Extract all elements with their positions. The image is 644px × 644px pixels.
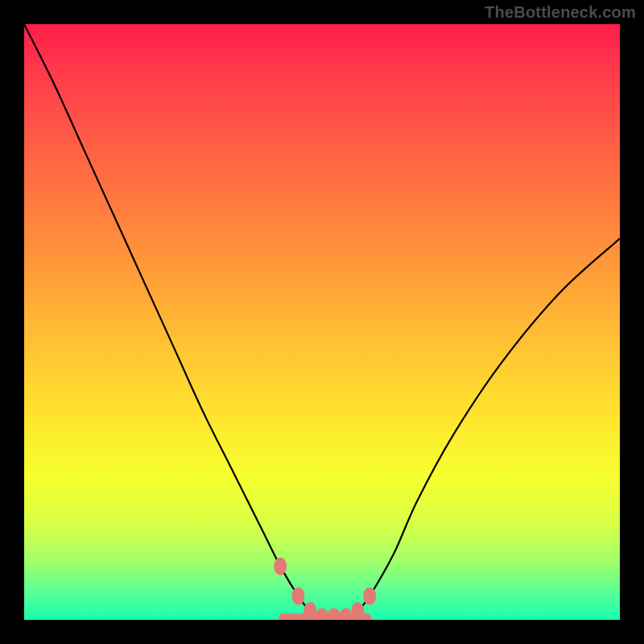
marker-bead [316, 608, 328, 620]
marker-bead [291, 587, 304, 605]
curve-svg [24, 24, 620, 620]
chart-frame: TheBottleneck.com [0, 0, 644, 644]
watermark-text: TheBottleneck.com [485, 3, 636, 22]
marker-bead [274, 557, 287, 575]
marker-bead [303, 602, 316, 620]
marker-bead [363, 587, 376, 605]
marker-bead [340, 608, 353, 620]
bottom-markers-group [274, 557, 376, 620]
plot-area [24, 24, 620, 620]
marker-bead [328, 608, 341, 620]
bottleneck-curve [24, 24, 620, 617]
trough-bar [279, 613, 371, 620]
marker-bead [351, 602, 364, 620]
